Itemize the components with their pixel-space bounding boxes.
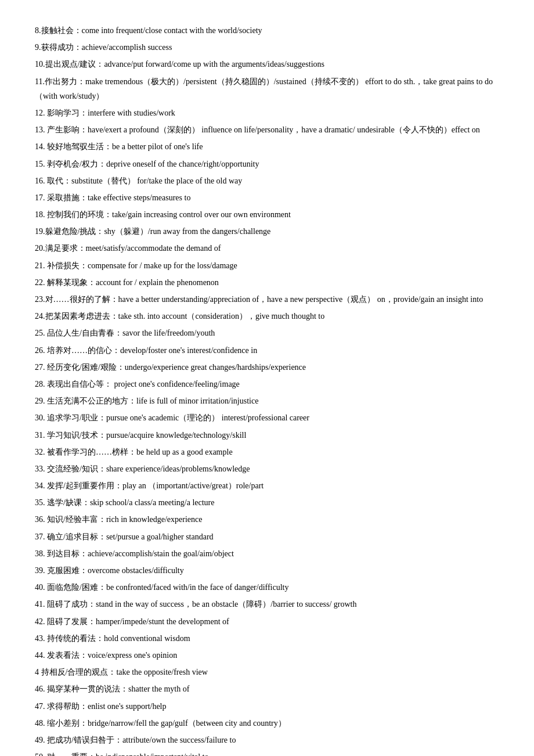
list-item: 8.接触社会：come into frequent/close contact … — [35, 23, 499, 38]
list-item: 19.躲避危险/挑战：shy（躲避）/run away from the dan… — [35, 224, 499, 239]
list-item: 44. 发表看法：voice/express one's opinion — [35, 648, 499, 663]
list-item: 33. 交流经验/知识：share experience/ideas/probl… — [35, 462, 499, 476]
list-item: 40. 面临危险/困难：be confronted/faced with/in … — [35, 580, 499, 595]
list-item: 14. 较好地驾驭生活：be a better pilot of one's l… — [35, 139, 499, 154]
list-item: 23.对……很好的了解：have a better understanding/… — [35, 292, 499, 307]
list-item: 11.作出努力：make tremendous（极大的）/persistent（… — [35, 74, 499, 103]
list-item: 50. 对……重要：be indispensable/important/vit… — [35, 750, 499, 756]
list-item: 43. 持传统的看法：hold conventional wisdom — [35, 631, 499, 646]
list-item: 9.获得成功：achieve/accomplish success — [35, 40, 499, 55]
list-item: 15. 剥夺机会/权力：deprive oneself of the chanc… — [35, 157, 499, 171]
list-item: 48. 缩小差别：bridge/narrow/fell the gap/gulf… — [35, 716, 499, 730]
list-item: 20.满足要求：meet/satisfy/accommodate the dem… — [35, 241, 499, 255]
list-item: 26. 培养对……的信心：develop/foster one's intere… — [35, 343, 499, 358]
list-item: 30. 追求学习/职业：pursue one's academic（理论的） i… — [35, 411, 499, 425]
list-item: 12. 影响学习：interfere with studies/work — [35, 106, 499, 120]
list-item: 36. 知识/经验丰富：rich in knowledge/experience — [35, 512, 499, 527]
list-item: 4 持相反/合理的观点：take the opposite/fresh view — [35, 665, 499, 679]
list-item: 34. 发挥/起到重要作用：play an （important/active/… — [35, 478, 499, 493]
list-item: 39. 克服困难：overcome obstacles/difficulty — [35, 563, 499, 578]
list-item: 37. 确立/追求目标：set/pursue a goal/higher sta… — [35, 530, 499, 544]
list-item: 24.把某因素考虑进去：take sth. into account（consi… — [35, 309, 499, 323]
list-item: 25. 品位人生/自由青春：savor the life/freedom/you… — [35, 326, 499, 340]
list-item: 35. 逃学/缺课：skip school/a class/a meeting/… — [35, 495, 499, 510]
list-item: 17. 采取措施：take effective steps/measures t… — [35, 190, 499, 205]
list-item: 10.提出观点/建议：advance/put forward/come up w… — [35, 57, 499, 71]
list-item: 21. 补偿损失：compensate for / make up for th… — [35, 258, 499, 273]
list-item: 29. 生活充满不公正的地方：life is full of minor irr… — [35, 394, 499, 408]
list-item: 47. 求得帮助：enlist one's support/help — [35, 699, 499, 714]
content-area: 8.接触社会：come into frequent/close contact … — [35, 23, 499, 756]
items-container: 8.接触社会：come into frequent/close contact … — [35, 23, 499, 756]
list-item: 28. 表现出自信心等： project one's confidence/fe… — [35, 377, 499, 391]
list-item: 16. 取代：substitute（替代） for/take the place… — [35, 174, 499, 188]
list-item: 41. 阻碍了成功：stand in the way of success，be… — [35, 597, 499, 611]
list-item: 46. 揭穿某种一贯的说法：shatter the myth of — [35, 682, 499, 696]
list-item: 18. 控制我们的环境：take/gain increasing control… — [35, 207, 499, 222]
list-item: 22. 解释某现象：account for / explain the phen… — [35, 275, 499, 290]
list-item: 49. 把成功/错误归咎于：attribute/own the success/… — [35, 733, 499, 747]
list-item: 32. 被看作学习的……榜样：be held up as a good exam… — [35, 445, 499, 459]
list-item: 27. 经历变化/困难/艰险：undergo/experience great … — [35, 360, 499, 375]
list-item: 42. 阻碍了发展：hamper/impede/stunt the develo… — [35, 614, 499, 629]
list-item: 38. 到达目标：achieve/accomplish/stain the go… — [35, 546, 499, 561]
list-item: 31. 学习知识/技术：pursue/acquire knowledge/tec… — [35, 428, 499, 442]
list-item: 13. 产生影响：have/exert a profound（深刻的） infl… — [35, 123, 499, 137]
